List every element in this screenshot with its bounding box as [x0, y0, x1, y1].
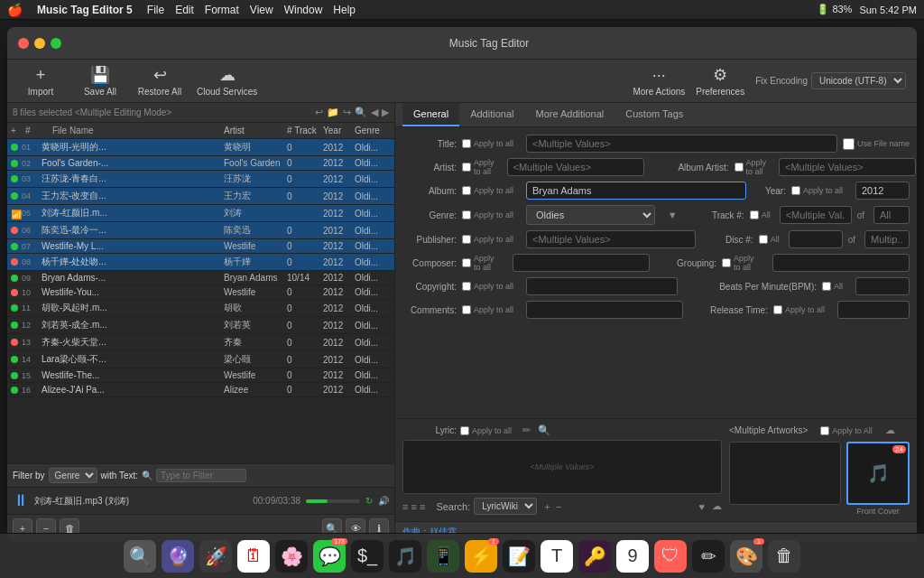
comments-apply-checkbox[interactable]: [462, 305, 471, 314]
table-row[interactable]: 📶 05 刘涛-红颜旧.m... 刘涛 2012 Oldi...: [7, 205, 394, 222]
lyric-remove-icon[interactable]: −: [556, 501, 561, 512]
import-button[interactable]: + Import: [18, 66, 63, 97]
album-apply-check[interactable]: Apply to all: [462, 186, 513, 195]
table-row[interactable]: 15 Westlife-The... Westlife 0 2012 Oldi.…: [7, 368, 394, 383]
disc-input[interactable]: [789, 230, 843, 248]
bpm-apply-check[interactable]: All: [822, 282, 843, 291]
bpm-apply-checkbox[interactable]: [822, 282, 831, 291]
artwork-cloud-icon[interactable]: ☁: [885, 424, 895, 436]
dock-app1[interactable]: 📱: [427, 540, 459, 573]
artwork-apply-check[interactable]: Apply to All: [820, 426, 873, 435]
menu-edit[interactable]: Edit: [175, 4, 194, 16]
table-row[interactable]: 10 Westlife-You... Westlife 0 2012 Oldi.…: [7, 285, 394, 300]
search-lyric-icon[interactable]: 🔍: [538, 424, 550, 436]
dock-app3[interactable]: 🔑: [578, 540, 611, 573]
table-row[interactable]: 08 杨千嬅-处处吻... 杨千嬅 0 2012 Oldi...: [7, 254, 394, 271]
table-row[interactable]: 16 Alizee-J'Ai Pa... Alizee 0 2012 Oldi.…: [7, 383, 394, 397]
grouping-apply-checkbox[interactable]: [722, 258, 731, 267]
composer-apply-check[interactable]: Apply to all: [462, 254, 500, 272]
menu-help[interactable]: Help: [333, 4, 356, 16]
tab-additional[interactable]: Additional: [459, 103, 524, 126]
dock-calendar[interactable]: 🗓: [237, 540, 270, 573]
dock-app4[interactable]: 9: [616, 540, 649, 573]
table-row[interactable]: 01 黄晓明-光明的... 黄晓明 0 2012 Oldi...: [7, 139, 394, 156]
comments-input[interactable]: [526, 301, 683, 319]
lyric-add-icon[interactable]: +: [544, 501, 550, 512]
disc-apply-check[interactable]: All: [759, 235, 780, 244]
back-icon[interactable]: ↩: [315, 107, 323, 118]
dock-typora[interactable]: T: [541, 540, 573, 573]
menu-view[interactable]: View: [250, 4, 273, 16]
publisher-apply-check[interactable]: Apply to all: [462, 235, 513, 244]
preferences-button[interactable]: ⚙ Preferences: [696, 65, 744, 97]
dock-app2[interactable]: ⚡ 1: [465, 540, 497, 573]
disc-apply-checkbox[interactable]: [759, 235, 768, 244]
table-row[interactable]: 04 王力宏-改变自... 王力宏 0 2012 Oldi...: [7, 188, 394, 205]
prev-icon[interactable]: ◀: [371, 107, 378, 118]
use-filename-checkbox[interactable]: [843, 138, 855, 150]
menu-window[interactable]: Window: [284, 4, 323, 16]
genre-select[interactable]: Oldies: [526, 205, 655, 225]
dock-editor[interactable]: ✏: [692, 540, 725, 573]
grouping-apply-check[interactable]: Apply to all: [722, 254, 760, 272]
use-filename-check[interactable]: Use File name: [843, 138, 910, 150]
lyric-apply-check[interactable]: Apply to all: [460, 426, 512, 435]
comments-apply-check[interactable]: Apply to all: [462, 305, 513, 314]
dock-siri[interactable]: 🔮: [162, 540, 194, 573]
table-row[interactable]: 06 陈奕迅-最冷一... 陈奕迅 0 2012 Oldi...: [7, 222, 394, 239]
tab-more-additional[interactable]: More Additional: [524, 103, 614, 126]
lyric-apply-checkbox[interactable]: [460, 426, 469, 435]
track-of-input[interactable]: [873, 206, 910, 224]
disc-of-input[interactable]: [864, 230, 910, 248]
release-apply-checkbox[interactable]: [773, 305, 782, 314]
artist-input[interactable]: [507, 158, 644, 176]
lyric-fav-icon[interactable]: ♥: [698, 501, 705, 512]
lyric-download-icon[interactable]: ☁: [712, 500, 722, 512]
lyric-text-area[interactable]: <Multiple Values>: [402, 440, 722, 494]
play-button[interactable]: ⏸: [13, 491, 29, 510]
album-apply-checkbox[interactable]: [462, 186, 471, 195]
release-input[interactable]: [837, 301, 910, 319]
genre-apply-check[interactable]: Apply to all: [462, 210, 513, 219]
dock-trash[interactable]: 🗑: [768, 540, 800, 573]
save-all-button[interactable]: 💾 Save All: [78, 65, 123, 97]
album-artist-input[interactable]: [779, 158, 916, 176]
table-row[interactable]: 13 齐秦-火柴天堂... 齐秦 0 2012 Oldi...: [7, 334, 394, 351]
close-button[interactable]: [18, 38, 29, 49]
year-input[interactable]: [855, 182, 910, 200]
artwork-apply-checkbox[interactable]: [820, 426, 829, 435]
artwork-thumbnail[interactable]: 24 🎵: [846, 442, 910, 505]
dock-sublime[interactable]: 📝: [503, 540, 535, 573]
copyright-apply-check[interactable]: Apply to all: [462, 282, 513, 291]
tab-custom-tags[interactable]: Custom Tags: [614, 103, 694, 126]
table-row[interactable]: 07 Westlife-My L... Westlife 0 2012 Oldi…: [7, 239, 394, 254]
table-row[interactable]: 14 Lara梁心颐-不... 梁心颐 0 2012 Oldi...: [7, 351, 394, 368]
minimize-button[interactable]: [34, 38, 45, 49]
edit-lyric-icon[interactable]: ✏: [522, 424, 531, 436]
maximize-button[interactable]: [51, 38, 61, 49]
track-apply-check[interactable]: All: [750, 210, 771, 219]
menu-format[interactable]: Format: [205, 4, 239, 16]
lyric-source-select[interactable]: LyricWiki: [474, 498, 537, 515]
album-input[interactable]: [526, 182, 746, 200]
year-apply-check[interactable]: Apply to all: [791, 186, 843, 195]
artist-apply-check[interactable]: Apply to all: [462, 158, 494, 176]
title-apply-checkbox[interactable]: [462, 139, 471, 148]
composer-apply-checkbox[interactable]: [462, 258, 471, 267]
bpm-input[interactable]: [855, 277, 910, 295]
table-row[interactable]: 09 Bryan Adams-... Bryan Adams 10/14 201…: [7, 271, 394, 285]
title-apply-check[interactable]: Apply to all: [462, 139, 513, 148]
filter-input[interactable]: [156, 469, 246, 482]
filter-by-select[interactable]: Genre: [49, 468, 97, 483]
cloud-button[interactable]: ☁ Cloud Services: [197, 65, 257, 97]
year-apply-checkbox[interactable]: [791, 186, 800, 195]
genre-apply-checkbox[interactable]: [462, 210, 471, 219]
title-input[interactable]: [526, 135, 837, 153]
table-row[interactable]: 11 胡歌-风起时.m... 胡歌 0 2012 Oldi...: [7, 300, 394, 317]
album-artist-apply-check[interactable]: Apply to all: [735, 158, 767, 176]
tab-general[interactable]: General: [402, 103, 459, 126]
album-artist-apply-checkbox[interactable]: [735, 163, 744, 172]
track-apply-checkbox[interactable]: [750, 210, 759, 219]
dock-finder[interactable]: 🔍: [124, 540, 156, 573]
dock-messages[interactable]: 💬 173: [313, 540, 346, 573]
